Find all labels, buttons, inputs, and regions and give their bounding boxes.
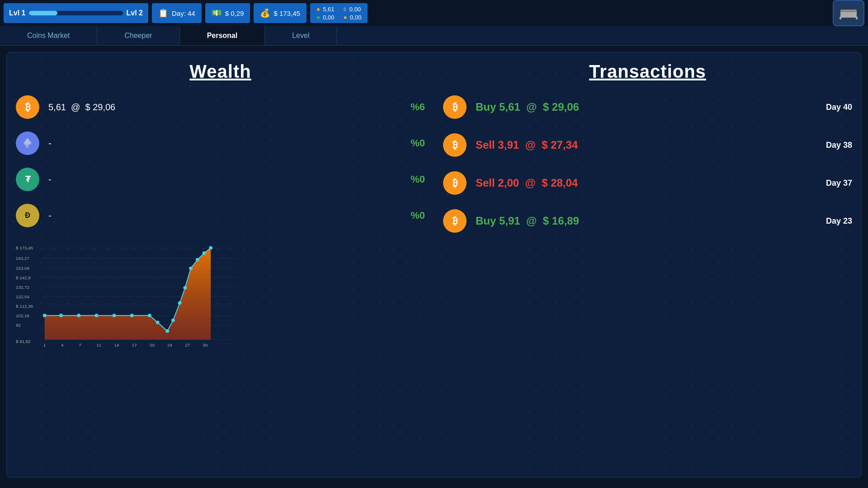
nav-tabs: Coins Market Cheeper Personal Level <box>0 26 868 46</box>
chart-point <box>59 314 63 317</box>
tx-details-3: Buy 5,91 @ $ 16,89 <box>476 215 817 227</box>
level1-label: Lvl 1 <box>9 9 25 17</box>
chart-svg: $ 173,45 163,27 153,09 $ 142,9 132,72 12… <box>16 244 237 348</box>
tx-details-1: Sell 3,91 @ $ 27,34 <box>476 139 817 151</box>
stat-row-3: ● 0,00 <box>316 14 335 21</box>
svg-text:24: 24 <box>167 343 173 347</box>
svg-text:$ 81,82: $ 81,82 <box>16 339 31 344</box>
wallet-value: $ 173,45 <box>274 9 300 17</box>
svg-text:4: 4 <box>61 343 64 347</box>
crypto-stats-pill: ● 5,61 ¢ 0,00 ● 0,00 ● 0,00 <box>310 3 368 23</box>
xp-bar-fill <box>29 11 57 15</box>
svg-text:7: 7 <box>79 343 81 347</box>
transactions-panel: Transactions ₿ Buy 5,61 @ $ 29,06 Day 40… <box>443 61 852 468</box>
bed-icon <box>840 6 858 20</box>
cash-icon: 💵 <box>212 8 222 18</box>
doge-holding-details: - <box>48 211 401 221</box>
day-pill: 📋 Day: 44 <box>152 3 202 23</box>
svg-rect-3 <box>840 17 841 19</box>
chart-point <box>113 314 116 317</box>
tx-day-1: Day 38 <box>826 141 852 150</box>
tx-row-2: ₿ Sell 2,00 @ $ 28,04 Day 37 <box>443 171 852 195</box>
stat2: 0,00 <box>349 6 361 13</box>
stat4: 0,00 <box>350 14 361 21</box>
tx-row-0: ₿ Buy 5,61 @ $ 29,06 Day 40 <box>443 95 852 119</box>
btc-dot: ● <box>316 5 320 13</box>
svg-text:17: 17 <box>132 343 137 347</box>
svg-text:$ 142,9: $ 142,9 <box>16 275 31 280</box>
tx-text-0: Buy 5,61 @ $ 29,06 <box>476 101 579 113</box>
tx-day-3: Day 23 <box>826 216 852 226</box>
btc-pct: %6 <box>410 101 425 113</box>
stat3: 0,00 <box>323 14 334 21</box>
top-bar: Lvl 1 Lvl 2 📋 Day: 44 💵 $ 0,29 💰 $ 173,4… <box>0 0 868 26</box>
tab-personal[interactable]: Personal <box>180 26 265 45</box>
chart-fill <box>45 248 211 340</box>
btc-coin-icon: ₿ <box>16 95 39 119</box>
chart-point <box>148 314 151 317</box>
c-label: ¢ <box>344 6 347 13</box>
chart-point <box>178 301 182 305</box>
svg-rect-5 <box>840 9 857 12</box>
doge-pct: %0 <box>410 210 425 221</box>
svg-rect-4 <box>856 17 858 19</box>
stat-row-1: ● 5,61 <box>316 5 335 13</box>
btc-amount: 5,61 <box>48 102 66 112</box>
holding-row-usdt: ₮ - %0 <box>16 168 425 191</box>
tab-cheeper[interactable]: Cheeper <box>97 26 179 45</box>
svg-text:122,54: 122,54 <box>16 294 30 299</box>
wealth-chart: $ 173,45 163,27 153,09 $ 142,9 132,72 12… <box>16 244 425 468</box>
tab-coins-market[interactable]: Coins Market <box>0 26 97 45</box>
svg-text:20: 20 <box>150 343 155 347</box>
xp-bar <box>29 11 123 15</box>
chart-point <box>165 329 169 333</box>
day-icon: 📋 <box>158 8 168 18</box>
tx-text-2: Sell 2,00 @ $ 28,04 <box>476 177 578 189</box>
svg-text:132,72: 132,72 <box>16 285 29 290</box>
tx-details-2: Sell 2,00 @ $ 28,04 <box>476 177 817 189</box>
usdt-pct: %0 <box>410 174 425 185</box>
btc-holding-details: 5,61 @ $ 29,06 <box>48 102 401 113</box>
tx-row-1: ₿ Sell 3,91 @ $ 27,34 Day 38 <box>443 133 852 157</box>
holding-row-eth: - %0 <box>16 131 425 155</box>
svg-text:$ 173,45: $ 173,45 <box>16 246 33 251</box>
chart-point <box>94 314 98 317</box>
chart-point <box>196 258 199 262</box>
tab-level[interactable]: Level <box>265 26 337 45</box>
svg-text:92: 92 <box>16 323 21 328</box>
usdt-coin-icon: ₮ <box>16 168 39 191</box>
svg-text:27: 27 <box>185 343 190 347</box>
tx-day-2: Day 37 <box>826 178 852 188</box>
svg-text:$ 112,36: $ 112,36 <box>16 304 33 309</box>
chart-point <box>203 251 206 255</box>
eth-holding-details: - <box>48 138 401 149</box>
tx-details-0: Buy 5,61 @ $ 29,06 <box>476 101 817 113</box>
cash-pill: 💵 $ 0,29 <box>205 3 250 23</box>
sleep-button[interactable] <box>833 0 864 26</box>
level-bar: Lvl 1 Lvl 2 <box>4 3 148 23</box>
level2-label: Lvl 2 <box>127 9 143 17</box>
orange-dot2: ● <box>344 14 347 21</box>
btc-stat: 5,61 <box>323 6 334 13</box>
eth-amount: - <box>48 138 52 148</box>
svg-text:102,18: 102,18 <box>16 313 29 318</box>
tx-btc-icon-3: ₿ <box>443 209 467 233</box>
day-value: Day: 44 <box>172 9 195 17</box>
chart-point <box>43 314 47 317</box>
chart-point <box>183 286 187 290</box>
eth-pct: %0 <box>410 137 425 149</box>
stat-row-4: ● 0,00 <box>344 14 362 21</box>
svg-text:14: 14 <box>114 343 120 347</box>
doge-amount: - <box>48 211 52 221</box>
eth-diamond-icon <box>23 137 33 150</box>
svg-text:153,09: 153,09 <box>16 266 29 271</box>
chart-point <box>189 267 193 270</box>
transactions-title: Transactions <box>443 61 852 82</box>
tx-day-0: Day 40 <box>826 103 852 112</box>
svg-text:30: 30 <box>203 343 208 347</box>
svg-text:11: 11 <box>96 343 101 347</box>
chart-point <box>209 246 212 250</box>
tx-row-3: ₿ Buy 5,91 @ $ 16,89 Day 23 <box>443 209 852 233</box>
holding-row-btc: ₿ 5,61 @ $ 29,06 %6 <box>16 95 425 119</box>
main-content: Wealth ₿ 5,61 @ $ 29,06 %6 - <box>6 52 862 478</box>
